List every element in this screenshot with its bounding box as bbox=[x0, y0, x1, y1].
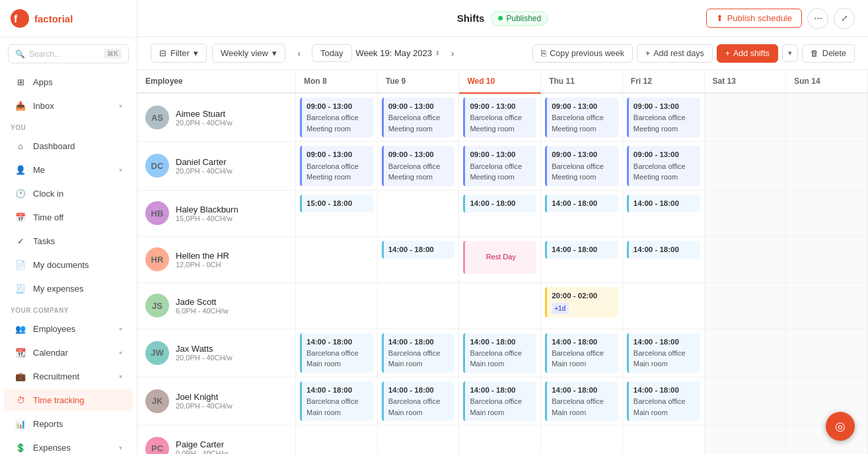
shift-cell[interactable]: 14:00 - 18:00Barcelona officeMain room bbox=[623, 377, 705, 426]
add-shifts-button[interactable]: + Add shifts bbox=[717, 44, 778, 63]
shift-cell[interactable] bbox=[705, 142, 787, 190]
shift-cell[interactable] bbox=[705, 283, 787, 329]
shift-cell[interactable]: 14:00 - 18:00 bbox=[541, 191, 623, 237]
shift-cell[interactable]: 14:00 - 18:00 bbox=[378, 237, 460, 283]
shift-cell[interactable]: 15:00 - 18:00 bbox=[296, 191, 378, 237]
employee-cell[interactable]: HRHellen the HR12,0PH - 0CH bbox=[137, 237, 296, 283]
shift-cell[interactable]: 14:00 - 18:00 bbox=[459, 191, 541, 237]
sidebar-item-recruitment[interactable]: 💼 Recruitment ▾ bbox=[4, 365, 133, 387]
sidebar-item-tasks[interactable]: ✓ Tasks bbox=[4, 230, 133, 252]
shift-cell[interactable]: 14:00 - 18:00 bbox=[623, 237, 705, 283]
sidebar-item-time-off[interactable]: 📅 Time off bbox=[4, 206, 133, 228]
shift-block: 09:00 - 13:00Barcelona officeMeeting roo… bbox=[545, 146, 618, 185]
shift-cell[interactable]: 14:00 - 18:00Barcelona officeMain room bbox=[623, 329, 705, 377]
shift-cell[interactable]: 14:00 - 18:00Barcelona officeMain room bbox=[459, 329, 541, 377]
sidebar-item-label: Clock in bbox=[33, 189, 63, 199]
shift-cell[interactable]: Rest Day bbox=[459, 237, 541, 283]
sidebar-item-expenses[interactable]: 💲 Expenses ▾ bbox=[4, 436, 133, 454]
delete-button[interactable]: 🗑 Delete bbox=[802, 44, 855, 63]
shift-cell[interactable] bbox=[705, 426, 787, 454]
shift-cell[interactable] bbox=[705, 377, 787, 426]
shift-cell[interactable] bbox=[296, 426, 378, 454]
employee-cell[interactable]: JSJade Scott6,0PH - 40CH/w bbox=[137, 283, 296, 329]
shift-cell[interactable] bbox=[296, 237, 378, 283]
shift-cell[interactable]: 09:00 - 13:00Barcelona officeMeeting roo… bbox=[623, 94, 705, 142]
bar-chart-icon: 📊 bbox=[15, 418, 26, 430]
shift-cell[interactable] bbox=[786, 329, 868, 377]
sidebar-item-clock-in[interactable]: 🕐 Clock in bbox=[4, 182, 133, 205]
sidebar-item-time-tracking[interactable]: ⏱ Time tracking bbox=[4, 389, 133, 411]
shift-cell[interactable] bbox=[296, 283, 378, 329]
shift-cell[interactable] bbox=[786, 142, 868, 190]
shift-cell[interactable]: 09:00 - 13:00Barcelona officeMeeting roo… bbox=[296, 142, 378, 190]
shift-time: 09:00 - 13:00 bbox=[552, 149, 614, 160]
shift-cell[interactable]: 09:00 - 13:00Barcelona officeMeeting roo… bbox=[296, 94, 378, 142]
employee-cell[interactable]: HBHaley Blackburn15,0PH - 40CH/w bbox=[137, 191, 296, 237]
view-selector[interactable]: Weekly view ▾ bbox=[212, 44, 285, 63]
employee-cell[interactable]: ASAimee Stuart20,0PH - 40CH/w bbox=[137, 94, 296, 142]
sidebar-item-inbox[interactable]: 📥 Inbox ▾ bbox=[4, 94, 133, 117]
sidebar-item-dashboard[interactable]: ⌂ Dashboard bbox=[4, 135, 133, 157]
shift-cell[interactable]: 20:00 - 02:00 +1d bbox=[541, 283, 623, 329]
shift-cell[interactable]: 09:00 - 13:00Barcelona officeMeeting roo… bbox=[459, 142, 541, 190]
shifts-dropdown-button[interactable]: ▾ bbox=[782, 44, 798, 62]
shift-time: 14:00 - 18:00 bbox=[388, 337, 451, 348]
shift-cell[interactable]: 14:00 - 18:00 bbox=[541, 237, 623, 283]
shift-cell[interactable] bbox=[378, 426, 460, 454]
shift-cell[interactable]: 09:00 - 13:00Barcelona officeMeeting roo… bbox=[378, 142, 460, 190]
employee-cell[interactable]: DCDaniel Carter20,0PH - 40CH/w bbox=[137, 142, 296, 190]
shift-cell[interactable]: 09:00 - 13:00Barcelona officeMeeting roo… bbox=[541, 94, 623, 142]
shift-cell[interactable] bbox=[541, 426, 623, 454]
add-rest-days-button[interactable]: + Add rest days bbox=[637, 44, 713, 63]
shift-cell[interactable] bbox=[378, 283, 460, 329]
shift-cell[interactable]: 09:00 - 13:00Barcelona officeMeeting roo… bbox=[623, 142, 705, 190]
shift-cell[interactable] bbox=[459, 426, 541, 454]
shift-cell[interactable]: 14:00 - 18:00Barcelona officeMain room bbox=[296, 377, 378, 426]
sidebar-item-reports[interactable]: 📊 Reports bbox=[4, 412, 133, 435]
sidebar-item-employees[interactable]: 👥 Employees ▾ bbox=[4, 317, 133, 340]
filter-button[interactable]: ⊟ Filter ▾ bbox=[151, 44, 207, 63]
shift-cell[interactable] bbox=[786, 237, 868, 283]
shift-cell[interactable] bbox=[786, 191, 868, 237]
sidebar-item-my-expenses[interactable]: 🧾 My expenses bbox=[4, 277, 133, 300]
next-week-button[interactable]: › bbox=[444, 45, 461, 62]
shift-cell[interactable] bbox=[378, 191, 460, 237]
shift-cell[interactable] bbox=[459, 283, 541, 329]
prev-week-button[interactable]: ‹ bbox=[291, 45, 308, 62]
sidebar-item-me[interactable]: 👤 Me ▾ bbox=[4, 158, 133, 181]
shift-cell[interactable] bbox=[623, 283, 705, 329]
search-box[interactable]: 🔍 Search... ⌘K bbox=[8, 44, 129, 63]
shift-cell[interactable]: 14:00 - 18:00Barcelona officeMain room bbox=[378, 329, 460, 377]
sidebar-item-apps[interactable]: ⊞ Apps bbox=[4, 71, 133, 93]
today-button[interactable]: Today bbox=[312, 44, 352, 62]
shift-cell[interactable]: 14:00 - 18:00Barcelona officeMain room bbox=[541, 377, 623, 426]
employee-cell[interactable]: PCPaige Carter0,0PH - 40CH/w bbox=[137, 426, 296, 454]
shift-cell[interactable]: 14:00 - 18:00Barcelona officeMain room bbox=[541, 329, 623, 377]
shift-cell[interactable] bbox=[786, 94, 868, 142]
copy-prev-week-button[interactable]: ⎘ Copy previous week bbox=[532, 44, 633, 63]
shift-cell[interactable] bbox=[623, 426, 705, 454]
sidebar-item-my-documents[interactable]: 📄 My documents bbox=[4, 253, 133, 276]
shift-cell[interactable]: 14:00 - 18:00 bbox=[623, 191, 705, 237]
shift-cell[interactable]: 09:00 - 13:00Barcelona officeMeeting roo… bbox=[541, 142, 623, 190]
shift-cell[interactable]: 14:00 - 18:00Barcelona officeMain room bbox=[296, 329, 378, 377]
shift-cell[interactable]: 14:00 - 18:00Barcelona officeMain room bbox=[378, 377, 460, 426]
support-button[interactable]: ◎ bbox=[826, 412, 855, 441]
sidebar-item-calendar[interactable]: 📆 Calendar ▾ bbox=[4, 341, 133, 364]
shift-cell[interactable]: 09:00 - 13:00Barcelona officeMeeting roo… bbox=[378, 94, 460, 142]
chevron-down-icon: ▾ bbox=[119, 373, 122, 380]
shift-cell[interactable]: 09:00 - 13:00Barcelona officeMeeting roo… bbox=[459, 94, 541, 142]
shift-cell[interactable] bbox=[705, 191, 787, 237]
employee-cell[interactable]: JWJax Watts20,0PH - 40CH/w bbox=[137, 329, 296, 377]
employee-hours: 15,0PH - 40CH/w bbox=[176, 214, 238, 222]
shift-cell[interactable] bbox=[705, 94, 787, 142]
shift-cell[interactable] bbox=[786, 283, 868, 329]
expand-button[interactable]: ⤢ bbox=[834, 8, 855, 29]
shift-cell[interactable]: 14:00 - 18:00Barcelona officeMain room bbox=[459, 377, 541, 426]
more-options-button[interactable]: ⋯ bbox=[807, 8, 828, 29]
status-badge: Published bbox=[491, 11, 548, 26]
shift-cell[interactable] bbox=[705, 329, 787, 377]
employee-cell[interactable]: JKJoel Knight20,0PH - 40CH/w bbox=[137, 377, 296, 426]
shift-cell[interactable] bbox=[705, 237, 787, 283]
publish-schedule-button[interactable]: ⬆ Publish schedule bbox=[706, 9, 802, 28]
